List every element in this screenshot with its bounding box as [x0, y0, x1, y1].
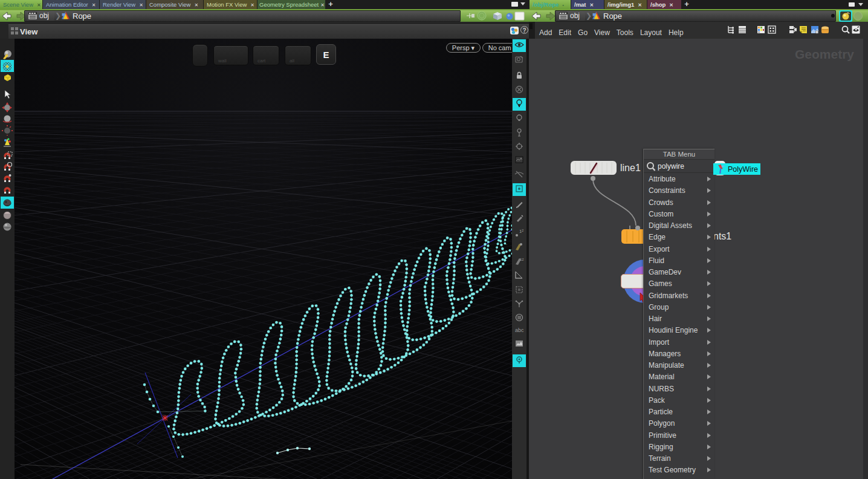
svg-text:abc: abc: [515, 327, 524, 333]
svg-text:12: 12: [520, 258, 524, 261]
svg-text:2: 2: [522, 229, 524, 232]
